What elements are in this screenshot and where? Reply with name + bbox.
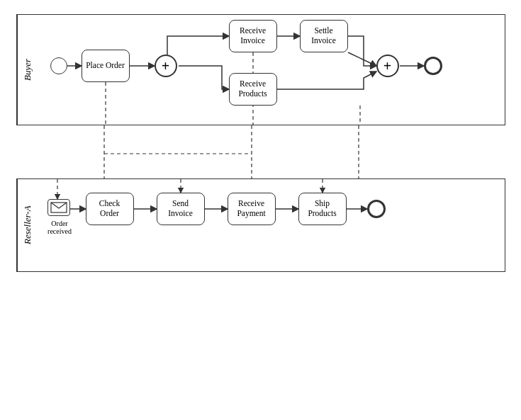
buyer-plus-gate1: + [155, 55, 177, 77]
buyer-pool-content: Place Order + ReceiveInvoice SettleInvoi… [38, 15, 505, 125]
svg-line-3 [348, 52, 376, 66]
reseller-end-event [367, 200, 386, 218]
reseller-start-event [47, 199, 70, 216]
between-pools [16, 125, 505, 178]
reseller-pool-content: Orderreceived CheckOrder SendInvoice Rec… [38, 179, 505, 271]
buyer-pool-label: Buyer [17, 15, 38, 125]
ship-products-node: ShipProducts [298, 193, 347, 225]
send-invoice-node: SendInvoice [157, 193, 205, 225]
envelope-icon [50, 202, 67, 213]
diagram-container: Buyer [16, 14, 505, 283]
buyer-end-event [424, 57, 442, 75]
reseller-pool: Reseller-A [16, 178, 505, 272]
between-pools-svg [16, 125, 505, 178]
check-order-node: CheckOrder [86, 193, 134, 225]
settle-invoice-node: SettleInvoice [300, 20, 348, 52]
receive-products-node: ReceiveProducts [229, 73, 277, 106]
receive-invoice-node: ReceiveInvoice [229, 20, 277, 52]
buyer-start-event [50, 57, 67, 74]
order-received-label: Orderreceived [40, 220, 79, 235]
buyer-plus-gate2: + [376, 55, 399, 77]
receive-payment-node: ReceivePayment [228, 193, 276, 225]
place-order-node: Place Order [82, 50, 130, 82]
reseller-pool-label: Reseller-A [17, 179, 38, 271]
buyer-pool: Buyer [16, 14, 505, 125]
